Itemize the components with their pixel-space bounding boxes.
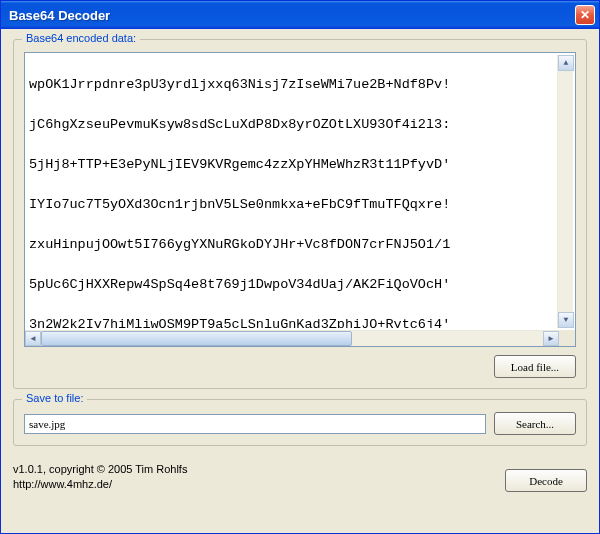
vertical-scrollbar[interactable]: ▲ ▼ [557, 55, 573, 328]
client-area: Base64 encoded data: wpOK1Jrrpdnre3pU3yr… [1, 29, 599, 533]
load-file-button[interactable]: Load file... [494, 355, 576, 378]
scroll-corner [559, 331, 575, 346]
decode-button[interactable]: Decode [505, 469, 587, 492]
scroll-down-arrow-icon[interactable]: ▼ [558, 312, 574, 328]
horizontal-scrollbar[interactable]: ◄ ► [25, 330, 575, 346]
line: 3n2W2k2Iy7hiMliwOSM9PT9a5cLSnluGnKad3Zph… [29, 315, 557, 328]
save-filename-input[interactable] [24, 414, 486, 434]
window-title: Base64 Decoder [9, 8, 575, 23]
save-row: Search... [24, 412, 576, 435]
encoded-legend: Base64 encoded data: [22, 32, 140, 44]
titlebar: Base64 Decoder ✕ [1, 1, 599, 29]
line: 5pUc6CjHXXRepw4SpSq4e8t769j1DwpoV34dUaj/… [29, 275, 557, 295]
encoded-textarea[interactable]: wpOK1Jrrpdnre3pU3yrdljxxq63Nisj7zIseWMi7… [24, 52, 576, 347]
vscroll-track[interactable] [558, 71, 573, 312]
footer: v1.0.1, copyright © 2005 Tim Rohlfs http… [13, 462, 587, 492]
hscroll-track[interactable] [41, 331, 543, 346]
scroll-right-arrow-icon[interactable]: ► [543, 331, 559, 346]
footer-info: v1.0.1, copyright © 2005 Tim Rohlfs http… [13, 462, 187, 492]
hscroll-thumb[interactable] [41, 331, 352, 346]
version-text: v1.0.1, copyright © 2005 Tim Rohlfs [13, 462, 187, 477]
textarea-content[interactable]: wpOK1Jrrpdnre3pU3yrdljxxq63Nisj7zIseWMi7… [25, 53, 575, 330]
scroll-up-arrow-icon[interactable]: ▲ [558, 55, 574, 71]
line: zxuHinpujOOwt5I766ygYXNuRGkoDYJHr+Vc8fDO… [29, 235, 557, 255]
close-button[interactable]: ✕ [575, 5, 595, 25]
textarea-lines: wpOK1Jrrpdnre3pU3yrdljxxq63Nisj7zIseWMi7… [29, 55, 557, 328]
line: wpOK1Jrrpdnre3pU3yrdljxxq63Nisj7zIseWMi7… [29, 75, 557, 95]
line: jC6hgXzseuPevmuKsyw8sdScLuXdP8Dx8yrOZOtL… [29, 115, 557, 135]
line: 5jHj8+TTP+E3ePyNLjIEV9KVRgemc4zzXpYHMeWh… [29, 155, 557, 175]
window: Base64 Decoder ✕ Base64 encoded data: wp… [0, 0, 600, 534]
footer-url-link[interactable]: http://www.4mhz.de/ [13, 478, 112, 490]
encoded-groupbox: Base64 encoded data: wpOK1Jrrpdnre3pU3yr… [13, 39, 587, 389]
save-legend: Save to file: [22, 392, 87, 404]
save-groupbox: Save to file: Search... [13, 399, 587, 446]
close-icon: ✕ [580, 8, 590, 22]
search-button[interactable]: Search... [494, 412, 576, 435]
line: IYIo7uc7T5yOXd3Ocn1rjbnV5LSe0nmkxa+eFbC9… [29, 195, 557, 215]
scroll-left-arrow-icon[interactable]: ◄ [25, 331, 41, 346]
encoded-button-row: Load file... [24, 355, 576, 378]
